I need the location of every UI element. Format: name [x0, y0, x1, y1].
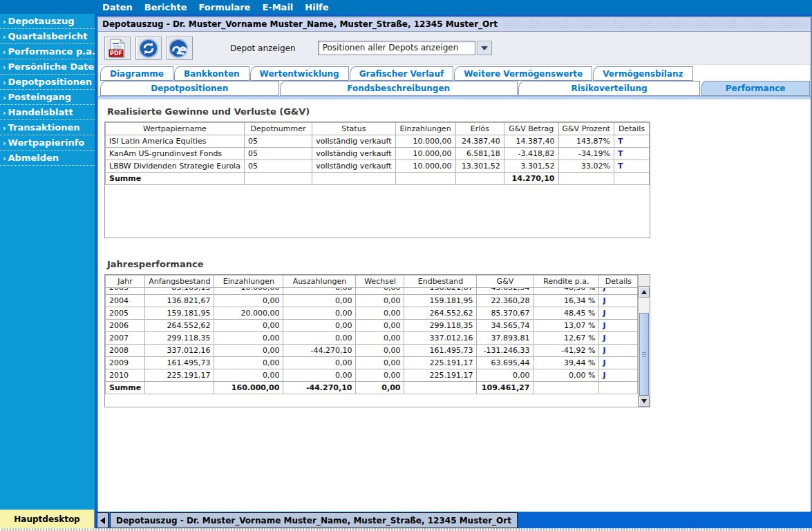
column-header[interactable]: G&V — [477, 276, 534, 288]
menu-item-berichte[interactable]: Berichte — [144, 2, 187, 12]
window-titlebar[interactable]: Depotauszug - Dr. Muster_Vorname Muster_… — [98, 17, 811, 32]
table-cell: 05 — [244, 135, 312, 148]
tab-fondsbeschreibungen[interactable]: Fondsbeschreibungen — [280, 81, 518, 96]
sidebar-item-label: Handelsblatt — [8, 107, 73, 117]
table-cell: 161.495,73 — [145, 357, 214, 369]
tab-grafischerverlauf[interactable]: Grafischer Verlauf — [350, 66, 453, 81]
details-link[interactable]: J — [599, 357, 638, 369]
column-header[interactable]: G&V Betrag — [504, 123, 558, 135]
details-link[interactable]: J — [599, 345, 638, 357]
table-cell: 0,00 — [214, 295, 283, 307]
table-cell: 24.387,40 — [455, 135, 504, 148]
table-cell: 0,00 — [356, 369, 404, 382]
depot-select-arrow-button[interactable] — [477, 41, 492, 55]
tab-diagramme[interactable]: Diagramme — [100, 66, 173, 81]
refresh-icon — [139, 39, 158, 58]
table-cell: 2005 — [106, 307, 145, 320]
depotauszug-window: Depotauszug - Dr. Muster_Vorname Muster_… — [97, 16, 812, 511]
table-cell: 264.552,62 — [404, 307, 477, 320]
tab-row-secondary: DiagrammeBankkontenWertentwicklungGrafis… — [98, 66, 811, 81]
column-header[interactable]: Status — [312, 123, 395, 135]
details-link[interactable]: T — [614, 160, 649, 173]
table-cell: 39,44 % — [534, 357, 599, 369]
tab-wertentwicklung[interactable]: Wertentwicklung — [250, 66, 349, 81]
taskbar-window-item[interactable]: Depotauszug - Dr. Muster_Vorname Muster_… — [110, 512, 518, 528]
column-header[interactable]: Einzahlungen — [395, 123, 455, 135]
table-cell: 0,00 — [356, 357, 404, 369]
menu-item-formulare[interactable]: Formulare — [198, 2, 250, 12]
desktop-tab-hauptdesktop[interactable]: Hauptdesktop — [0, 510, 95, 528]
column-header[interactable]: Jahr — [106, 276, 145, 288]
tab-bankkonten[interactable]: Bankkonten — [174, 66, 249, 81]
details-link[interactable]: T — [614, 148, 649, 160]
scrollbar-track[interactable] — [639, 298, 650, 313]
details-link[interactable]: J — [599, 320, 638, 332]
table-cell: 159.181,95 — [404, 295, 477, 307]
details-link[interactable]: J — [599, 369, 638, 382]
depot-select[interactable]: Positionen aller Depots anzeigen — [318, 41, 492, 55]
details-link[interactable]: T — [614, 135, 649, 148]
table-cell: ISI Latin America Equities — [106, 135, 245, 148]
sidebar-item-label: Depotauszug — [8, 16, 75, 26]
tab-vermgensbilanz[interactable]: Vermögensbilanz — [593, 66, 692, 81]
table-cell: 0,00 — [356, 382, 404, 394]
table-cell: 0,00 % — [534, 369, 599, 382]
tab-weiterevermgenswerte[interactable]: Weitere Vermögenswerte — [454, 66, 592, 81]
sidebar-item-persnlichedaten[interactable]: ›Persönliche Daten — [0, 59, 95, 75]
scrollbar-thumb[interactable] — [639, 313, 649, 396]
column-header[interactable]: Wertpapiername — [106, 123, 245, 135]
scrollbar-grip-icon — [642, 352, 646, 357]
sidebar-item-abmelden[interactable]: ›Abmelden — [0, 151, 95, 166]
column-header[interactable]: Wechsel — [356, 276, 404, 288]
taskbar-back-button[interactable] — [97, 512, 108, 528]
menu-item-hilfe[interactable]: Hilfe — [305, 2, 328, 12]
sidebar-item-label: Transaktionen — [8, 122, 80, 133]
refresh-button[interactable] — [135, 37, 162, 60]
sidebar-item-performancepa[interactable]: ›Performance p.a. — [0, 44, 95, 59]
sidebar-item-transaktionen[interactable]: ›Transaktionen — [0, 120, 95, 135]
column-header[interactable]: Rendite p.a. — [534, 276, 599, 288]
details-link[interactable]: J — [599, 307, 638, 320]
column-header[interactable]: Anfangsbestand — [145, 276, 214, 288]
details-link[interactable]: J — [599, 288, 638, 295]
column-header[interactable]: Endbestand — [404, 276, 477, 288]
scroll-down-button[interactable] — [639, 396, 650, 407]
table-cell: -44.270,10 — [283, 345, 356, 357]
menu-item-daten[interactable]: Daten — [102, 2, 133, 12]
table-cell: 0,00 — [283, 332, 356, 345]
menu-item-email[interactable]: E-Mail — [262, 2, 293, 12]
column-header[interactable]: Einzahlungen — [214, 276, 283, 288]
vertical-scrollbar[interactable] — [638, 275, 650, 407]
settings-button[interactable] — [167, 37, 193, 60]
sidebar-item-wertpapierinfo[interactable]: ›Wertpapierinfo — [0, 135, 95, 151]
depot-select-value[interactable]: Positionen aller Depots anzeigen — [318, 41, 475, 55]
table-cell — [614, 173, 649, 185]
sidebar-item-depotauszug[interactable]: ›Depotauszug — [0, 14, 95, 29]
sidebar-item-label: Quartalsbericht — [8, 31, 88, 41]
column-header[interactable]: Details — [614, 123, 649, 135]
tab-depotpositionen[interactable]: Depotpositionen — [100, 81, 279, 96]
column-header[interactable]: Depotnummer — [244, 123, 312, 135]
table-cell: 37.893,81 — [477, 332, 534, 345]
chevron-right-icon: › — [3, 154, 6, 163]
table-cell: -34,19% — [558, 148, 614, 160]
pdf-export-icon: PDF — [108, 39, 127, 58]
scroll-up-button[interactable] — [639, 287, 650, 298]
sidebar-item-depotpositionen[interactable]: ›Depotpositionen — [0, 75, 95, 90]
sidebar-item-handelsblatt[interactable]: ›Handelsblatt — [0, 105, 95, 120]
sidebar-item-quartalsbericht[interactable]: ›Quartalsbericht — [0, 29, 95, 44]
tab-risikoverteilung[interactable]: Risikoverteilung — [518, 81, 700, 96]
tab-performance[interactable]: Performance — [701, 81, 810, 96]
pdf-export-button[interactable]: PDF — [104, 37, 131, 60]
chevron-right-icon: › — [3, 78, 6, 87]
column-header[interactable]: Erlös — [455, 123, 504, 135]
column-header[interactable]: Auszahlungen — [283, 276, 356, 288]
details-link[interactable]: J — [599, 295, 638, 307]
table-cell: 6.581,18 — [455, 148, 504, 160]
column-header[interactable]: Details — [599, 276, 638, 288]
table-cell: vollständig verkauft — [312, 160, 395, 173]
sidebar-item-posteingang[interactable]: ›Posteingang — [0, 90, 95, 105]
table-cell: 0,00 — [214, 332, 283, 345]
column-header[interactable]: G&V Prozent — [558, 123, 614, 135]
details-link[interactable]: J — [599, 332, 638, 345]
